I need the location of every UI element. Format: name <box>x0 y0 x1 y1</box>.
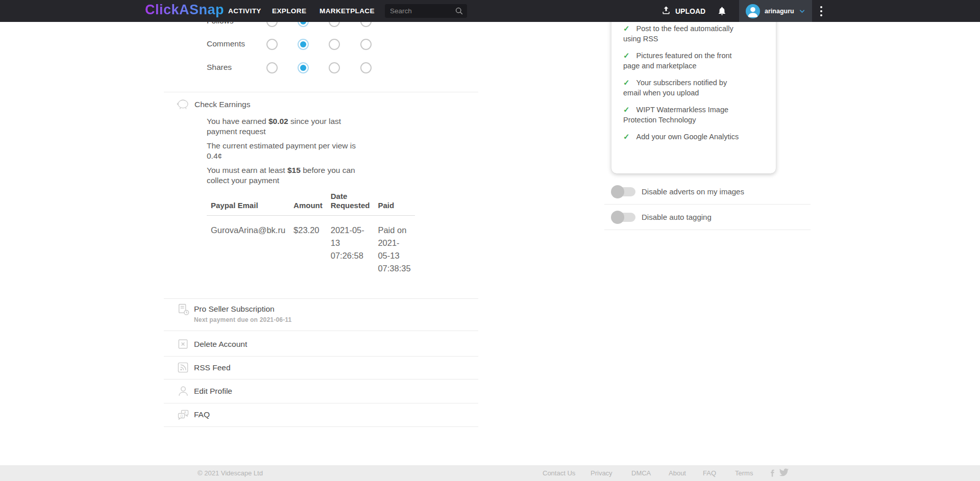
twitter-icon[interactable] <box>779 468 789 479</box>
footer-link-contact[interactable]: Contact Us <box>543 465 575 481</box>
toggle-label: Disable adverts on my images <box>642 187 744 196</box>
table-row: GurovaArina@bk.ru $23.20 2021-05-13 07:2… <box>207 216 415 275</box>
footer-link-dmca[interactable]: DMCA <box>631 465 651 481</box>
earned-amount: $0.02 <box>268 117 288 125</box>
setting-label: Comments <box>207 39 245 48</box>
delete-account-icon <box>177 338 189 352</box>
search-input[interactable] <box>385 4 456 18</box>
kebab-menu-icon[interactable] <box>820 6 823 19</box>
minimum-amount: $15 <box>287 166 301 174</box>
menu-item-label: Pro Seller Subscription <box>194 305 275 314</box>
check-icon: ✓ <box>623 132 630 141</box>
divider <box>164 331 478 331</box>
toggle-label: Disable auto tagging <box>642 213 712 221</box>
earned-text: You have earned $0.02 since your last pa… <box>207 116 360 136</box>
top-navbar: ClickASnap ACTIVITY EXPLORE MARKETPLACE … <box>0 0 980 22</box>
next-payment-sublabel: Next payment due on 2021-06-11 <box>194 316 291 323</box>
radio-option[interactable] <box>329 39 340 50</box>
menu-item-label: RSS Feed <box>194 363 231 372</box>
radio-option[interactable] <box>360 39 372 50</box>
page: ClickASnap ACTIVITY EXPLORE MARKETPLACE … <box>0 0 980 481</box>
benefit-text: Add your own Google Analytics <box>636 133 739 141</box>
check-earnings-label: Check Earnings <box>194 100 250 109</box>
divider <box>164 298 478 299</box>
benefit-text: Your subscribers notified by email when … <box>623 79 727 97</box>
username-label: arinaguru <box>765 8 794 15</box>
divider <box>604 204 811 205</box>
payments-table: Paypal Email Amount Date Requested Paid … <box>207 192 415 275</box>
benefit-item: ✓Your subscribers notified by email when… <box>623 78 746 98</box>
radio-option[interactable] <box>266 62 278 73</box>
disable-adverts-toggle[interactable] <box>612 187 635 196</box>
faq-icon: A Q <box>177 408 190 424</box>
facebook-icon[interactable] <box>768 468 777 479</box>
divider <box>164 356 478 357</box>
menu-item-label: FAQ <box>194 410 210 419</box>
svg-text:A: A <box>184 411 187 414</box>
menu-item-label: Delete Account <box>194 340 247 349</box>
table-header-row: Paypal Email Amount Date Requested Paid <box>207 192 415 216</box>
svg-text:Q: Q <box>180 414 183 418</box>
toggle-row-disable-adverts: Disable adverts on my images <box>604 182 811 202</box>
footer: © 2021 Videscape Ltd Contact Us Privacy … <box>0 465 980 481</box>
divider <box>164 379 478 379</box>
divider <box>164 403 478 403</box>
col-paypal-email: Paypal Email <box>207 192 289 216</box>
piggy-bank-icon <box>176 96 190 113</box>
radio-option-selected[interactable] <box>298 39 309 50</box>
search-icon[interactable] <box>455 7 463 17</box>
nav-activity[interactable]: ACTIVITY <box>228 0 261 22</box>
footer-link-privacy[interactable]: Privacy <box>591 465 612 481</box>
divider <box>164 426 478 427</box>
footer-link-terms[interactable]: Terms <box>735 465 753 481</box>
disable-auto-tagging-toggle[interactable] <box>612 213 635 222</box>
radio-option[interactable] <box>329 62 340 73</box>
benefit-text: WIPT Watermarkless Image Protection Tech… <box>623 106 728 124</box>
cell-paid: Paid on 2021-05-13 07:38:35 <box>374 216 414 275</box>
footer-link-about[interactable]: About <box>669 465 686 481</box>
payment-per-view-text: The current estimated payment per view i… <box>207 141 360 161</box>
nav-marketplace[interactable]: MARKETPLACE <box>320 0 375 22</box>
setting-row-shares: Shares <box>207 62 421 74</box>
clickasnap-logo[interactable]: ClickASnap <box>145 2 224 18</box>
edit-profile-icon <box>177 385 190 400</box>
upload-icon <box>661 5 671 17</box>
notifications-bell-icon[interactable] <box>717 6 727 18</box>
col-amount: Amount <box>289 192 327 216</box>
copyright-text: © 2021 Videscape Ltd <box>198 465 263 481</box>
footer-link-faq[interactable]: FAQ <box>703 465 716 481</box>
upload-button[interactable]: UPLOAD <box>661 0 705 22</box>
radio-option-selected[interactable] <box>298 62 309 73</box>
check-icon: ✓ <box>623 51 630 60</box>
col-date-requested: Date Requested <box>327 192 374 216</box>
benefit-item: ✓Pictures featured on the front page and… <box>623 50 746 71</box>
check-icon: ✓ <box>623 105 630 114</box>
cell-paypal-email: GurovaArina@bk.ru <box>207 216 289 275</box>
avatar <box>746 4 760 18</box>
check-earnings-header[interactable]: Check Earnings <box>176 96 250 113</box>
setting-row-comments: Comments <box>207 39 421 51</box>
menu-item-label: Edit Profile <box>194 387 232 396</box>
radio-option[interactable] <box>266 39 278 50</box>
check-icon: ✓ <box>623 78 630 87</box>
benefit-item: ✓WIPT Watermarkless Image Protection Tec… <box>623 105 746 125</box>
upload-label: UPLOAD <box>675 7 705 15</box>
pro-benefits-card: ✓Post to the feed automatically using RS… <box>611 0 776 173</box>
subscription-icon <box>177 302 190 318</box>
cell-date-requested: 2021-05-13 07:26:58 <box>327 216 374 275</box>
col-paid: Paid <box>374 192 414 216</box>
rss-icon <box>177 361 189 376</box>
benefit-item: ✓Post to the feed automatically using RS… <box>623 23 746 44</box>
search-box <box>385 4 467 18</box>
radio-option[interactable] <box>360 62 372 73</box>
chevron-down-icon <box>799 9 805 14</box>
setting-label: Shares <box>207 63 232 72</box>
benefit-text: Post to the feed automatically using RSS <box>623 24 733 43</box>
user-menu[interactable]: arinaguru <box>739 0 812 22</box>
divider <box>164 92 478 92</box>
toggle-row-disable-auto-tagging: Disable auto tagging <box>604 207 811 227</box>
nav-explore[interactable]: EXPLORE <box>272 0 306 22</box>
cell-amount: $23.20 <box>289 216 327 275</box>
benefit-text: Pictures featured on the front page and … <box>623 52 732 70</box>
minimum-earnings-text: You must earn at least $15 before you ca… <box>207 165 360 185</box>
